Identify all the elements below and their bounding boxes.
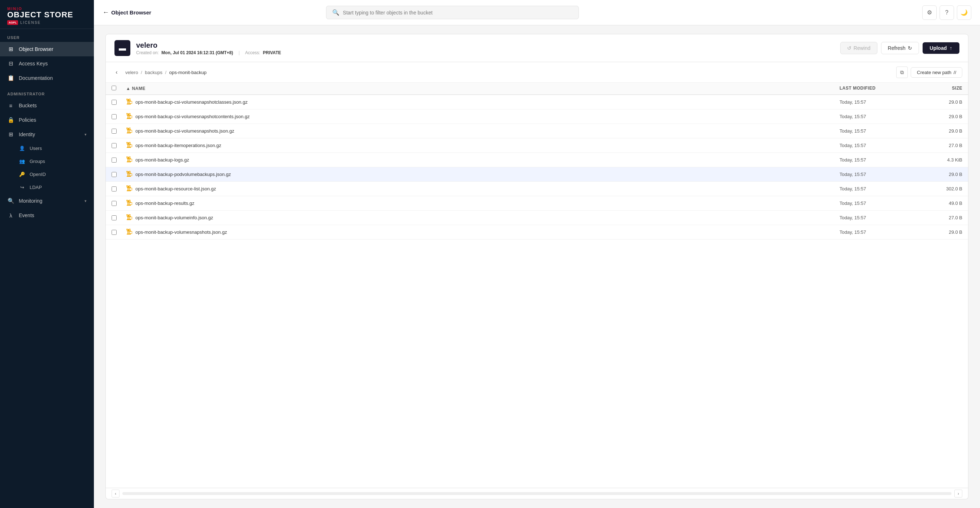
row-checkbox-input-9[interactable] [111,230,117,235]
row-modified-5: Today, 15:57 [840,172,912,177]
events-icon: λ [7,212,14,219]
row-modified-6: Today, 15:57 [840,186,912,191]
row-checkbox-input-1[interactable] [111,114,117,119]
path-back-button[interactable]: ‹ [111,67,122,77]
row-checkbox-input-0[interactable] [111,100,117,105]
sidebar-item-access-keys[interactable]: ⊟ Access Keys [0,56,94,71]
table-row[interactable]: 🗜 ops-monit-backup-volumeinfo.json.gz To… [106,211,968,225]
upload-button[interactable]: Upload ↑ [923,42,959,54]
sidebar-users-label: Users [30,146,42,151]
sidebar-item-object-browser[interactable]: ⊞ Object Browser [0,42,94,56]
search-input[interactable] [343,10,573,16]
dark-mode-button[interactable]: 🌙 [957,5,971,20]
file-gz-icon-1: 🗜 [126,113,132,120]
row-checkbox-3 [111,143,126,148]
row-filename-9: ops-monit-backup-volumesnapshots.json.gz [135,229,227,235]
sidebar-item-policies[interactable]: 🔒 Policies [0,113,94,127]
back-to-object-browser[interactable]: ← Object Browser [103,9,151,16]
rewind-button[interactable]: ↺ Rewind [840,42,877,54]
sidebar-sub-item-ldap[interactable]: ↪ LDAP [0,181,94,194]
refresh-button[interactable]: Refresh ↻ [881,42,919,54]
content-area: ▬ velero Created on: Mon, Jul 01 2024 16… [94,25,980,508]
row-checkbox-1 [111,114,126,119]
header-size[interactable]: Size [912,86,962,91]
row-name-6: 🗜 ops-monit-backup-resource-list.json.gz [126,185,840,193]
sidebar-item-buckets[interactable]: ≡ Buckets [0,98,94,113]
path-segment-0[interactable]: velero [125,70,138,75]
create-path-button[interactable]: Create new path // [911,67,962,78]
ldap-icon: ↪ [19,184,25,190]
file-gz-icon-9: 🗜 [126,228,132,236]
meta-separator: | [239,50,240,55]
created-value: Mon, Jul 01 2024 16:12:31 (GMT+8) [161,50,233,55]
bucket-meta: Created on: Mon, Jul 01 2024 16:12:31 (G… [136,50,834,55]
main-area: ← Object Browser 🔍 ⚙ ? 🌙 ▬ vele [94,0,980,508]
path-segment-1[interactable]: backups [145,70,162,75]
header-last-modified[interactable]: Last Modified [840,86,912,91]
row-checkbox-input-2[interactable] [111,129,117,134]
identity-icon: ⊞ [7,131,14,138]
table-row[interactable]: 🗜 ops-monit-backup-podvolumebackups.json… [106,167,968,182]
table-row[interactable]: 🗜 ops-monit-backup-logs.gz Today, 15:57 … [106,153,968,167]
row-checkbox-input-6[interactable] [111,186,117,191]
sidebar-sub-item-users[interactable]: 👤 Users [0,142,94,154]
sidebar-item-documentation[interactable]: 📋 Documentation [0,71,94,85]
sidebar-item-events[interactable]: λ Events [0,208,94,223]
license-text: LICENSE [20,21,41,25]
sidebar-access-keys-label: Access Keys [19,61,87,67]
file-gz-icon-8: 🗜 [126,214,132,221]
table-row[interactable]: 🗜 ops-monit-backup-csi-volumesnapshotcla… [106,95,968,110]
bucket-symbol: ▬ [119,44,126,53]
help-button[interactable]: ? [940,5,954,20]
groups-icon: 👥 [19,158,25,164]
row-filename-3: ops-monit-backup-itemoperations.json.gz [135,143,221,148]
row-filename-0: ops-monit-backup-csi-volumesnapshotclass… [135,99,248,105]
table-row[interactable]: 🗜 ops-monit-backup-itemoperations.json.g… [106,139,968,153]
row-checkbox-input-8[interactable] [111,215,117,220]
breadcrumb: velero / backups / ops-monit-backup [125,70,892,75]
settings-button[interactable]: ⚙ [922,5,937,20]
row-checkbox-input-7[interactable] [111,201,117,206]
row-checkbox-5 [111,172,126,177]
monitoring-icon: 🔍 [7,197,14,204]
scroll-right-button[interactable]: › [955,490,962,497]
search-bar[interactable]: 🔍 [326,6,579,19]
table-row[interactable]: 🗜 ops-monit-backup-results.gz Today, 15:… [106,196,968,211]
help-icon: ? [945,10,948,16]
row-name-3: 🗜 ops-monit-backup-itemoperations.json.g… [126,142,840,149]
row-name-1: 🗜 ops-monit-backup-csi-volumesnapshotcon… [126,113,840,120]
created-label: Created on: [136,50,159,55]
sidebar-item-identity[interactable]: ⊞ Identity ▾ [0,127,94,142]
table-row[interactable]: 🗜 ops-monit-backup-volumesnapshots.json.… [106,225,968,240]
row-checkbox-input-4[interactable] [111,158,117,162]
row-checkbox-input-5[interactable] [111,172,117,177]
sidebar-item-monitoring[interactable]: 🔍 Monitoring ▾ [0,194,94,208]
table-row[interactable]: 🗜 ops-monit-backup-resource-list.json.gz… [106,182,968,196]
bucket-info: velero Created on: Mon, Jul 01 2024 16:1… [136,41,834,55]
sidebar-monitoring-label: Monitoring [19,198,80,204]
sidebar-sub-item-openid[interactable]: 🔑 OpenID [0,168,94,181]
monitoring-expand-icon: ▾ [84,199,87,204]
dark-mode-icon: 🌙 [961,9,968,16]
copy-path-button[interactable]: ⧉ [896,67,908,78]
scroll-left-button[interactable]: ‹ [111,490,119,497]
users-icon: 👤 [19,145,25,151]
row-name-0: 🗜 ops-monit-backup-csi-volumesnapshotcla… [126,98,840,106]
path-segment-2[interactable]: ops-monit-backup [169,70,207,75]
row-filename-1: ops-monit-backup-csi-volumesnapshotconte… [135,114,250,119]
row-filename-4: ops-monit-backup-logs.gz [135,157,189,162]
documentation-icon: 📋 [7,75,14,82]
table-row[interactable]: 🗜 ops-monit-backup-csi-volumesnapshotcon… [106,110,968,124]
h-scrollbar-track[interactable] [123,492,951,495]
bucket-header: ▬ velero Created on: Mon, Jul 01 2024 16… [105,34,969,62]
rewind-icon: ↺ [847,45,851,51]
sidebar-identity-label: Identity [19,132,80,137]
file-gz-icon-4: 🗜 [126,156,132,164]
sidebar-sub-item-groups[interactable]: 👥 Groups [0,154,94,168]
select-all-checkbox[interactable] [111,86,116,90]
file-gz-icon-5: 🗜 [126,170,132,178]
header-name[interactable]: ▲ Name [126,86,840,91]
settings-icon: ⚙ [927,9,932,16]
table-row[interactable]: 🗜 ops-monit-backup-csi-volumesnapshots.j… [106,124,968,139]
row-checkbox-input-3[interactable] [111,143,117,148]
